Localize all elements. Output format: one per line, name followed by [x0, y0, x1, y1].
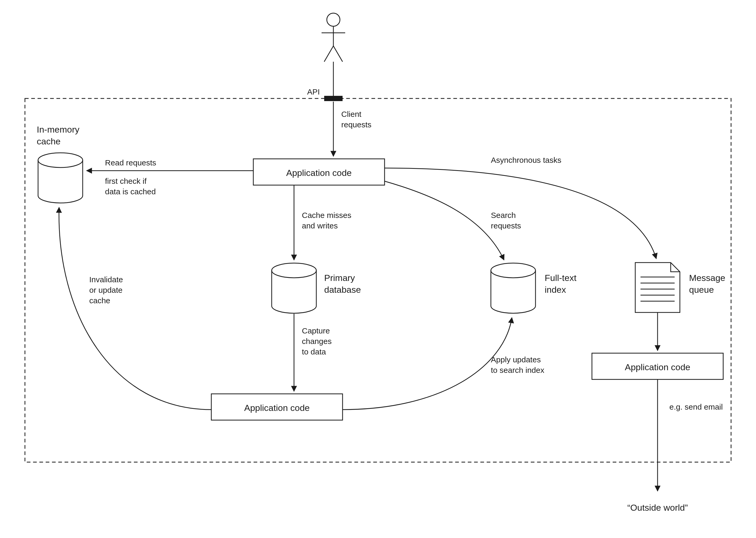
- edge-capture-changes-label3: to data: [302, 348, 326, 356]
- svg-point-0: [327, 13, 340, 26]
- edge-read-requests-label3: data is cached: [105, 187, 156, 196]
- node-fulltext: [491, 263, 535, 313]
- edge-cache-misses-label2: and writes: [302, 221, 338, 230]
- architecture-diagram: API Client requests Application code In-…: [0, 0, 756, 538]
- edge-invalidate-label2: or update: [89, 286, 123, 294]
- edge-search-requests: [384, 181, 504, 260]
- node-primary-db-label1: Primary: [324, 273, 355, 283]
- edge-client-requests-label2: requests: [341, 120, 372, 129]
- svg-point-5: [38, 153, 83, 168]
- node-app-top-label: Application code: [286, 168, 352, 178]
- svg-point-6: [272, 263, 316, 278]
- edge-apply-updates-label2: to search index: [491, 366, 544, 374]
- node-primary-db: [272, 263, 316, 313]
- node-primary-db-label2: database: [324, 285, 361, 295]
- node-cache: [38, 153, 83, 203]
- node-app-right-label: Application code: [625, 362, 690, 372]
- api-label: API: [307, 87, 320, 96]
- node-message-queue: [635, 263, 680, 312]
- svg-point-7: [491, 263, 535, 278]
- edge-async-tasks: [384, 168, 656, 259]
- edge-send-email-label: e.g. send email: [669, 403, 723, 411]
- edge-capture-changes-label1: Capture: [302, 326, 330, 335]
- svg-line-4: [333, 46, 342, 62]
- edge-apply-updates: [342, 318, 512, 409]
- node-cache-label2: cache: [37, 136, 61, 146]
- actor-icon: [322, 13, 345, 62]
- edge-client-requests-label: Client: [341, 110, 362, 118]
- api-port-icon: [324, 96, 342, 101]
- node-message-queue-label1: Message: [689, 273, 725, 283]
- node-outside-label: “Outside world”: [628, 503, 688, 512]
- node-fulltext-label2: index: [545, 285, 566, 295]
- node-app-mid-label: Application code: [244, 403, 310, 413]
- node-fulltext-label1: Full-text: [545, 273, 577, 283]
- edge-cache-misses-label1: Cache misses: [302, 211, 351, 220]
- edge-capture-changes-label2: changes: [302, 337, 331, 346]
- edge-read-requests-label1: Read requests: [105, 158, 156, 167]
- edge-search-requests-label1: Search: [491, 211, 516, 220]
- edge-invalidate-cache: [59, 207, 211, 409]
- edge-read-requests-label2: first check if: [105, 177, 147, 186]
- node-message-queue-label2: queue: [689, 285, 714, 295]
- svg-line-3: [324, 46, 333, 62]
- edge-async-tasks-label: Asynchronous tasks: [491, 156, 561, 164]
- edge-invalidate-label1: Invalidate: [89, 275, 123, 284]
- node-cache-label1: In-memory: [37, 125, 79, 134]
- edge-apply-updates-label1: Apply updates: [491, 355, 541, 364]
- edge-search-requests-label2: requests: [491, 221, 521, 230]
- edge-invalidate-label3: cache: [89, 296, 110, 305]
